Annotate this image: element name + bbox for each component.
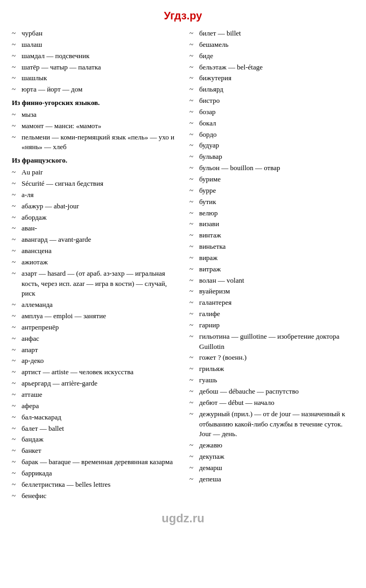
tilde-symbol: ~ xyxy=(12,201,19,212)
entry-text: винтаж xyxy=(199,230,356,241)
list-item: ~балет — ballet xyxy=(12,424,179,434)
list-item: ~мамонт — манси: «мамот» xyxy=(12,121,179,131)
tilde-symbol: ~ xyxy=(12,412,19,423)
entry-text: бильярд xyxy=(199,85,356,95)
list-item: ~бутик xyxy=(189,197,356,207)
entry-text: витраж xyxy=(199,264,356,275)
entry-text: виньетка xyxy=(199,242,356,252)
entry-text: бенефис xyxy=(22,491,179,501)
entry-text: буриме xyxy=(199,174,356,185)
list-item: ~гильотина — guillotine — изобретение до… xyxy=(189,332,356,352)
list-item: ~витраж xyxy=(189,264,356,275)
tilde-symbol: ~ xyxy=(189,174,197,185)
list-item: ~афера xyxy=(12,401,179,411)
entry-text: визави xyxy=(199,219,356,229)
list-item: ~ар-деко xyxy=(12,356,179,366)
entry-text: чурбан xyxy=(22,29,179,39)
tilde-symbol: ~ xyxy=(189,230,197,241)
entry-text: билет — billet xyxy=(199,29,356,39)
entry-text: декупаж xyxy=(199,452,356,462)
entry-text: амплуа — emploi — занятие xyxy=(22,311,179,321)
list-item: ~винтаж xyxy=(189,230,356,241)
entry-text: бордо xyxy=(199,130,356,140)
entry-text: галифе xyxy=(199,309,356,319)
tilde-symbol: ~ xyxy=(12,167,19,178)
entry-text: мыза xyxy=(22,110,179,120)
list-item: ~галифе xyxy=(189,309,356,319)
tilde-symbol: ~ xyxy=(12,62,19,73)
list-item: ~бенефис xyxy=(12,491,179,501)
list-item: ~артист — artiste — человек искусства xyxy=(12,367,179,377)
entry-text: а-ля xyxy=(22,190,179,200)
tilde-symbol: ~ xyxy=(12,491,19,501)
tilde-symbol: ~ xyxy=(189,107,197,117)
tilde-symbol: ~ xyxy=(12,121,19,131)
tilde-symbol: ~ xyxy=(12,257,19,268)
list-item: ~дебош — débauche — распутство xyxy=(189,387,356,397)
list-item: ~апарт xyxy=(12,345,179,355)
tilde-symbol: ~ xyxy=(12,29,19,39)
entry-text: ар-деко xyxy=(22,356,179,366)
tilde-symbol: ~ xyxy=(189,96,197,106)
entry-text: демарш xyxy=(199,463,356,473)
entry-text: азарт — hasard — (от араб. аз-захр — игр… xyxy=(22,269,179,299)
entry-text: гарнир xyxy=(199,320,356,331)
tilde-symbol: ~ xyxy=(189,387,197,397)
entry-text: бал-маскарад xyxy=(22,412,179,423)
tilde-symbol: ~ xyxy=(189,152,197,162)
entry-text: авансцена xyxy=(22,246,179,256)
entry-text: депеша xyxy=(199,474,356,485)
entry-text: банкет xyxy=(22,446,179,456)
list-item: ~шатёр — чатыр — палатка xyxy=(12,62,179,73)
list-item: ~аван- xyxy=(12,223,179,234)
entry-text: абордаж xyxy=(22,213,179,223)
tilde-symbol: ~ xyxy=(189,309,197,319)
list-item: ~билет — billet xyxy=(189,29,356,39)
entry-text: арьергард — arrière-garde xyxy=(22,379,179,389)
entry-text: пельмени — коми-пермяцкий язык «пель» — … xyxy=(22,132,179,153)
list-item: ~барак — baraque — временная деревянная … xyxy=(12,457,179,467)
entry-text: афера xyxy=(22,401,179,411)
list-item: ~бал-маскарад xyxy=(12,412,179,423)
list-item: ~визави xyxy=(189,219,356,229)
tilde-symbol: ~ xyxy=(189,452,197,462)
tilde-symbol: ~ xyxy=(189,474,197,485)
list-item: ~Au pair xyxy=(12,167,179,178)
tilde-symbol: ~ xyxy=(12,390,19,400)
entry-text: бозар xyxy=(199,107,356,117)
tilde-symbol: ~ xyxy=(189,186,197,196)
entry-text: бистро xyxy=(199,96,356,106)
list-item: ~волан — volant xyxy=(189,276,356,286)
tilde-symbol: ~ xyxy=(189,375,197,386)
entry-text: велюр xyxy=(199,208,356,219)
entry-text: бандаж xyxy=(22,435,179,445)
tilde-symbol: ~ xyxy=(189,463,197,473)
list-item: ~баррикада xyxy=(12,468,179,479)
tilde-symbol: ~ xyxy=(189,332,197,342)
list-item: ~шалаш xyxy=(12,40,179,50)
tilde-symbol: ~ xyxy=(189,286,197,297)
list-item: ~гуашь xyxy=(189,375,356,386)
entry-text: шамдал — подсвечник xyxy=(22,51,179,61)
site-title: Угдз.ру xyxy=(0,5,366,22)
entry-text: бульон — bouillon — отвар xyxy=(199,163,356,173)
tilde-symbol: ~ xyxy=(189,242,197,252)
entry-text: бешамель xyxy=(199,40,356,50)
entry-text: дебош — débauche — распутство xyxy=(199,387,356,397)
tilde-symbol: ~ xyxy=(189,320,197,331)
entry-text: мамонт — манси: «мамот» xyxy=(22,121,179,131)
tilde-symbol: ~ xyxy=(189,118,197,129)
entry-text: биде xyxy=(199,51,356,61)
entry-text: аллеманда xyxy=(22,300,179,310)
entry-text: шалаш xyxy=(22,40,179,50)
entry-text: антрепренёр xyxy=(22,323,179,333)
list-item: ~анфас xyxy=(12,334,179,344)
list-item: ~демарш xyxy=(189,463,356,473)
list-item: ~грильяж xyxy=(189,364,356,374)
tilde-symbol: ~ xyxy=(189,51,197,61)
section-header: Из финно-угорских языков. xyxy=(12,98,179,108)
list-item: ~депеша xyxy=(189,474,356,485)
list-item: ~антрепренёр xyxy=(12,323,179,333)
entry-text: дежурный (прил.) — от de jour — назначен… xyxy=(199,409,356,440)
entry-text: вуайеризм xyxy=(199,286,356,297)
